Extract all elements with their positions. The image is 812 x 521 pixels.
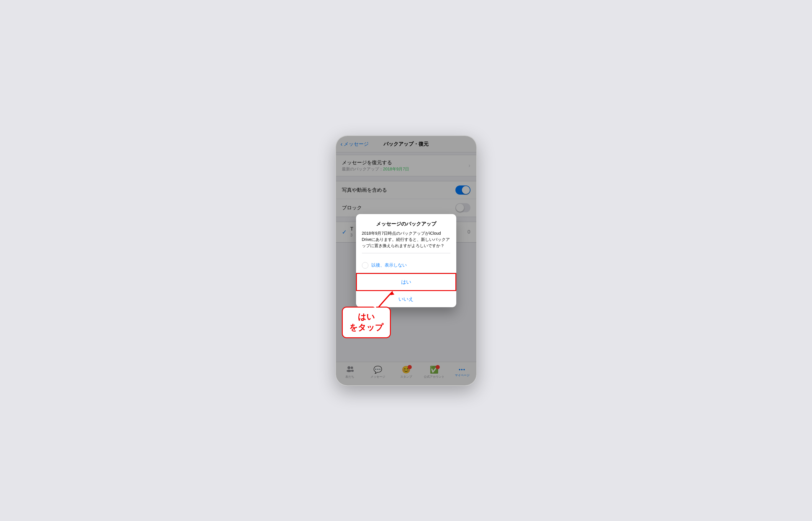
dialog-divider [362,253,450,253]
dialog-title: メッセージのバックアップ [362,221,450,227]
dialog-overlay: メッセージのバックアップ 2018年9月7日時点のバックアップがiCloud D… [336,136,476,385]
dialog-body: メッセージのバックアップ 2018年9月7日時点のバックアップがiCloud D… [356,214,456,258]
annotation-line2: をタップ [349,322,383,333]
yes-button-wrapper: はい [356,273,456,291]
dialog-option-label: 以後、表示しない [371,263,407,268]
alert-dialog: メッセージのバックアップ 2018年9月7日時点のバックアップがiCloud D… [356,214,456,307]
arrow-svg [373,290,397,308]
yes-button[interactable]: はい [357,274,455,290]
instruction-balloon: はい をタップ [342,307,391,338]
annotation-line1: はい [349,312,383,322]
annotation-balloon: はい をタップ [342,307,391,338]
dialog-message: 2018年9月7日時点のバックアップがiCloud Driveにあります。続行す… [362,230,450,249]
phone-frame: ‹ メッセージ バックアップ・復元 メッセージを復元する 最新のバックアップ：2… [335,135,477,386]
dialog-option-row[interactable]: 以後、表示しない [356,258,456,273]
radio-circle-icon [362,262,368,269]
